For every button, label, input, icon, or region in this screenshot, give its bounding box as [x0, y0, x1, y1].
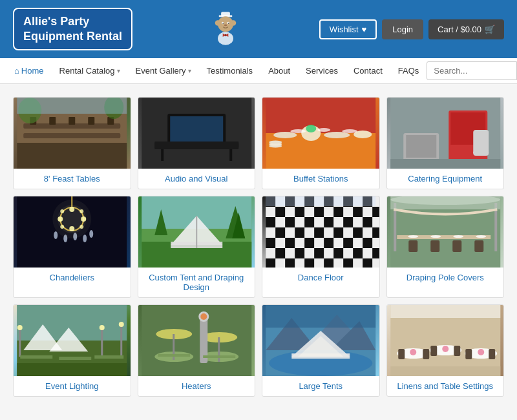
svg-rect-196 — [59, 357, 91, 360]
grid-item[interactable]: Event Lighting — [13, 304, 131, 397]
svg-rect-100 — [285, 207, 295, 217]
svg-rect-162 — [304, 258, 314, 268]
grid-item[interactable]: Catering Equipment — [386, 97, 505, 189]
grid-item[interactable]: Custom Tent and Draping Design — [138, 196, 256, 298]
grid-item[interactable]: Audio and Visual — [138, 97, 256, 189]
search-input[interactable] — [427, 61, 517, 80]
svg-rect-141 — [333, 238, 343, 248]
nav-event-gallery-label: Event Gallery — [136, 66, 186, 76]
svg-rect-152 — [324, 248, 333, 258]
svg-rect-191 — [101, 328, 103, 357]
header-actions: Wishlist ♥ Login Cart / $0.00 🛒 — [319, 19, 504, 39]
svg-rect-31 — [170, 116, 223, 142]
svg-rect-135 — [275, 238, 285, 248]
svg-rect-107 — [353, 207, 363, 217]
svg-rect-149 — [295, 248, 304, 258]
svg-rect-178 — [430, 240, 439, 252]
wishlist-button[interactable]: Wishlist ♥ — [319, 19, 377, 39]
product-image — [14, 305, 131, 376]
nav-about[interactable]: About — [260, 58, 298, 83]
svg-rect-125 — [295, 227, 304, 238]
svg-rect-199 — [142, 305, 251, 376]
svg-rect-142 — [343, 238, 353, 248]
svg-point-174 — [430, 235, 441, 238]
svg-rect-103 — [314, 207, 324, 217]
search-bar: 🔍 — [427, 61, 517, 80]
product-image — [262, 196, 379, 268]
svg-rect-36 — [266, 133, 375, 169]
nav-home[interactable]: ⌂ Home — [6, 58, 52, 83]
grid-item[interactable]: Heaters — [138, 304, 256, 397]
svg-rect-148 — [285, 248, 295, 258]
login-button[interactable]: Login — [382, 19, 423, 39]
svg-rect-128 — [324, 227, 333, 238]
svg-rect-209 — [158, 354, 190, 357]
grid-item[interactable]: Linens and Table Settings — [386, 304, 505, 397]
product-image — [387, 98, 504, 169]
svg-point-10 — [218, 32, 233, 45]
product-image — [138, 305, 255, 376]
product-image — [262, 98, 379, 169]
nav-testimonials[interactable]: Testimonials — [199, 58, 261, 83]
svg-rect-15 — [17, 143, 127, 169]
svg-rect-154 — [343, 248, 353, 258]
cart-button[interactable]: Cart / $0.00 🛒 — [428, 19, 504, 39]
svg-rect-134 — [266, 238, 275, 248]
svg-rect-102 — [304, 207, 314, 217]
svg-rect-170 — [266, 196, 375, 206]
svg-rect-234 — [390, 366, 500, 376]
svg-rect-118 — [343, 217, 353, 227]
nav-rental-catalog[interactable]: Rental Catalog ▾ — [52, 58, 128, 83]
product-image — [262, 305, 379, 376]
product-label: Audio and Visual — [138, 169, 255, 189]
product-label: Linens and Table Settings — [387, 376, 504, 396]
svg-rect-29 — [229, 148, 232, 161]
home-icon: ⌂ — [14, 66, 19, 76]
nav-services[interactable]: Services — [298, 58, 346, 83]
product-image — [14, 98, 131, 169]
product-label: 8' Feast Tables — [14, 169, 131, 189]
svg-point-41 — [290, 129, 306, 133]
svg-rect-116 — [324, 217, 333, 227]
logo[interactable]: Allie's Party Equipment Rental — [13, 8, 132, 51]
grid-item[interactable]: Buffet Stations — [262, 97, 380, 189]
svg-rect-105 — [333, 207, 343, 217]
svg-rect-20 — [69, 117, 75, 125]
svg-rect-109 — [372, 207, 379, 217]
cart-icon: 🛒 — [485, 25, 495, 34]
svg-rect-155 — [353, 248, 363, 258]
svg-rect-101 — [295, 207, 304, 217]
svg-point-44 — [306, 125, 316, 132]
svg-rect-226 — [423, 349, 429, 359]
svg-rect-129 — [333, 227, 343, 238]
nav-faqs[interactable]: FAQs — [390, 58, 427, 83]
nav-event-gallery[interactable]: Event Gallery ▾ — [128, 58, 199, 83]
svg-rect-145 — [372, 238, 379, 248]
svg-rect-156 — [363, 248, 372, 258]
nav-contact-label: Contact — [353, 66, 383, 76]
svg-rect-151 — [314, 248, 324, 258]
grid-item[interactable]: Draping Pole Covers — [386, 196, 505, 298]
product-label: Buffet Stations — [262, 169, 379, 189]
svg-rect-124 — [285, 227, 295, 238]
grid-item[interactable]: 8' Feast Tables — [13, 97, 131, 189]
grid-item[interactable]: Chandeliers — [13, 196, 131, 298]
grid-item[interactable]: Large Tents — [262, 304, 380, 397]
chevron-down-icon: ▾ — [117, 67, 120, 74]
svg-rect-108 — [363, 207, 372, 217]
product-image — [14, 196, 131, 268]
svg-rect-160 — [285, 258, 295, 268]
svg-rect-111 — [275, 217, 285, 227]
nav-contact[interactable]: Contact — [346, 58, 390, 83]
svg-rect-230 — [489, 349, 495, 359]
nav-faqs-label: FAQs — [398, 66, 419, 76]
grid-item[interactable]: Dance Floor — [262, 196, 380, 298]
svg-rect-136 — [285, 238, 295, 248]
svg-rect-137 — [295, 238, 304, 248]
svg-rect-127 — [314, 227, 324, 238]
product-label: Dance Floor — [262, 268, 379, 288]
svg-rect-122 — [266, 227, 275, 238]
svg-rect-115 — [314, 217, 324, 227]
svg-rect-54 — [473, 130, 489, 156]
svg-point-232 — [442, 346, 448, 352]
